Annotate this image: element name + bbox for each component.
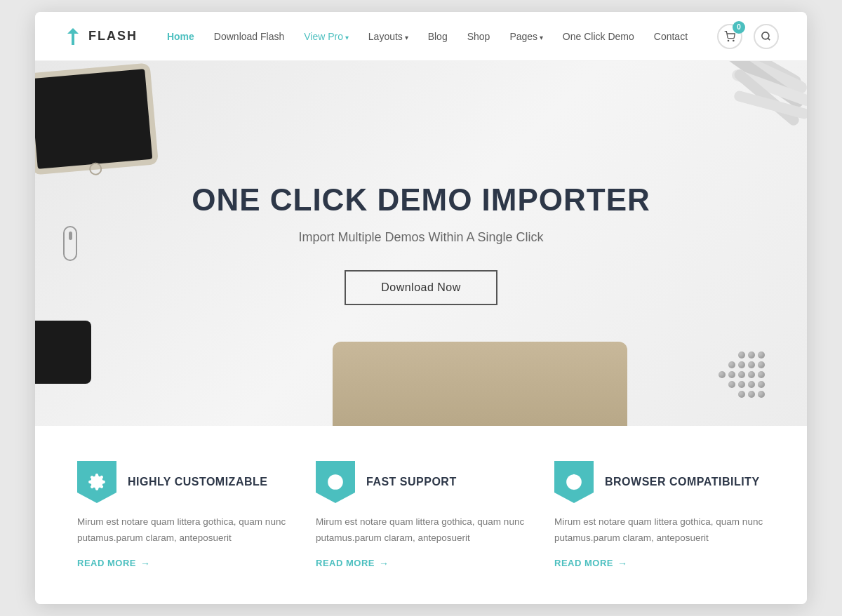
nav-right: 0 [717, 24, 779, 49]
page-wrapper: FLASH Home Download Flash View Pro Layou… [35, 12, 807, 604]
browser-icon [565, 473, 583, 491]
feature-link-2[interactable]: READ MORE [316, 558, 526, 569]
nav-item-download-flash[interactable]: Download Flash [214, 30, 284, 43]
svg-point-10 [333, 479, 339, 486]
nav-link-shop[interactable]: Shop [467, 31, 490, 42]
papers-svg [667, 61, 807, 201]
feature-desc-1: Mirum est notare quam littera gothica, q… [77, 514, 288, 547]
hero-content: ONE CLICK DEMO IMPORTER Import Multiple … [163, 182, 679, 305]
hero-tablet-decoration [35, 61, 175, 201]
svg-point-0 [728, 40, 728, 41]
feature-title-2: FAST SUPPORT [366, 476, 457, 488]
hero-pearls-decoration [719, 351, 765, 398]
cart-icon [724, 31, 735, 42]
nav-item-view-pro[interactable]: View Pro [304, 30, 349, 43]
hero-laptop-decoration [333, 342, 627, 426]
cart-badge: 0 [733, 21, 745, 34]
logo-text: FLASH [88, 29, 138, 43]
nav-item-one-click-demo[interactable]: One Click Demo [563, 30, 634, 43]
hero-title: ONE CLICK DEMO IMPORTER [192, 182, 650, 217]
nav-link-layouts[interactable]: Layouts [368, 31, 408, 42]
feature-title-1: HIGHLY CUSTOMIZABLE [128, 476, 267, 488]
nav-link-contact[interactable]: Contact [654, 31, 688, 42]
search-button[interactable] [754, 24, 779, 49]
feature-item-browser: BROWSER COMPATIBILITY Mirum est notare q… [554, 461, 765, 569]
hero-papers-decoration [667, 61, 807, 204]
nav-link-one-click-demo[interactable]: One Click Demo [563, 31, 634, 42]
navbar: FLASH Home Download Flash View Pro Layou… [35, 12, 807, 61]
feature-desc-2: Mirum est notare quam littera gothica, q… [316, 514, 526, 547]
feature-icon-wrap-1 [77, 461, 116, 503]
nav-link-home[interactable]: Home [167, 31, 194, 42]
nav-item-layouts[interactable]: Layouts [368, 30, 408, 43]
nav-item-shop[interactable]: Shop [467, 30, 490, 43]
nav-links: Home Download Flash View Pro Layouts Blo… [167, 30, 688, 43]
tablet-shape [35, 62, 159, 175]
hero-subtitle: Import Multiple Demos Within A Single Cl… [192, 230, 650, 245]
gear-icon [88, 473, 106, 491]
feature-item-customizable: HIGHLY CUSTOMIZABLE Mirum est notare qua… [77, 461, 288, 569]
feature-header-1: HIGHLY CUSTOMIZABLE [77, 461, 288, 503]
features-section: HIGHLY CUSTOMIZABLE Mirum est notare qua… [35, 426, 807, 604]
svg-point-2 [762, 32, 769, 39]
nav-link-pages[interactable]: Pages [509, 31, 542, 42]
hero-cta-button[interactable]: Download Now [345, 270, 497, 305]
nav-link-view-pro[interactable]: View Pro [304, 31, 349, 42]
svg-point-1 [733, 40, 734, 41]
logo-icon [63, 27, 83, 46]
nav-link-download-flash[interactable]: Download Flash [214, 31, 284, 42]
feature-header-2: FAST SUPPORT [316, 461, 526, 503]
support-icon [326, 473, 345, 491]
feature-title-3: BROWSER COMPATIBILITY [605, 476, 760, 488]
hero-disc-decoration [35, 321, 91, 384]
nav-item-blog[interactable]: Blog [428, 30, 448, 43]
feature-icon-wrap-2 [316, 461, 355, 503]
scroll-indicator [63, 226, 77, 261]
scroll-dot [69, 232, 72, 240]
nav-item-pages[interactable]: Pages [509, 30, 542, 43]
feature-link-3[interactable]: READ MORE [554, 558, 765, 569]
nav-item-contact[interactable]: Contact [654, 30, 688, 43]
feature-item-support: FAST SUPPORT Mirum est notare quam litte… [316, 461, 526, 569]
svg-point-15 [566, 474, 582, 490]
cart-button[interactable]: 0 [717, 24, 742, 49]
logo[interactable]: FLASH [63, 27, 138, 46]
feature-link-1[interactable]: READ MORE [77, 558, 288, 569]
feature-header-3: BROWSER COMPATIBILITY [554, 461, 765, 503]
feature-icon-wrap-3 [554, 461, 594, 503]
tablet-button [88, 162, 102, 176]
feature-desc-3: Mirum est notare quam littera gothica, q… [554, 514, 765, 547]
nav-link-blog[interactable]: Blog [428, 31, 448, 42]
hero-section: ONE CLICK DEMO IMPORTER Import Multiple … [35, 61, 807, 426]
search-icon [761, 31, 771, 41]
nav-item-home[interactable]: Home [167, 30, 194, 43]
